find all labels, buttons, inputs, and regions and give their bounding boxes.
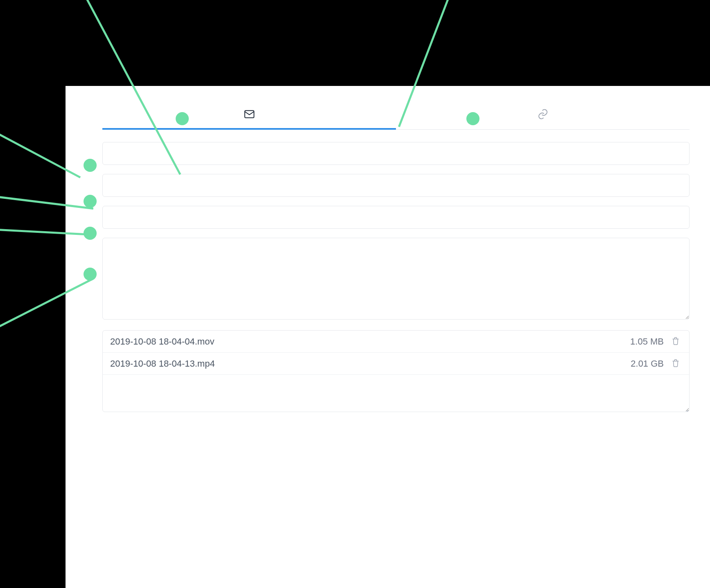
file-size: 1.05 MB [630,336,664,347]
annotation-dot [84,195,97,208]
annotation-dot [466,112,479,125]
file-delete-button[interactable] [669,335,682,348]
input-field-2[interactable] [102,174,690,197]
tab-link[interactable] [396,102,690,129]
file-name: 2019-10-08 18-04-13.mp4 [110,358,631,369]
input-field-3[interactable] [102,206,690,229]
file-list: 2019-10-08 18-04-04.mov 1.05 MB 2019-10-… [102,330,690,412]
tab-email[interactable] [102,102,396,129]
input-field-1[interactable] [102,142,690,165]
tabs [102,102,690,130]
file-row: 2019-10-08 18-04-13.mp4 2.01 GB [103,353,689,375]
envelope-icon [243,108,256,122]
trash-icon [671,358,680,369]
file-row: 2019-10-08 18-04-04.mov 1.05 MB [103,331,689,353]
trash-icon [671,336,680,347]
resize-grip [683,405,688,411]
file-size: 2.01 GB [631,358,664,369]
message-textarea[interactable] [102,238,690,320]
form-panel: 2019-10-08 18-04-04.mov 1.05 MB 2019-10-… [66,86,710,588]
annotation-dot [84,227,97,240]
annotation-dot [84,268,97,281]
file-delete-button[interactable] [669,357,682,370]
link-icon [537,108,549,122]
file-name: 2019-10-08 18-04-04.mov [110,336,630,347]
annotation-dot [84,159,97,172]
annotation-dot [176,112,189,125]
svg-rect-0 [244,110,254,118]
